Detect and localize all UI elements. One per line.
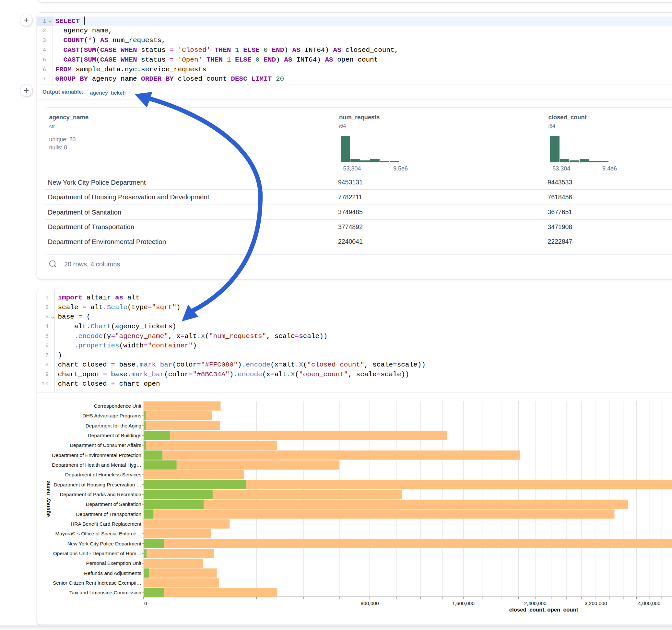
svg-text:Department of Health and Menta: Department of Health and Mental Hyg… — [52, 462, 141, 468]
svg-text:HRA Benefit Card Replacement: HRA Benefit Card Replacement — [71, 521, 142, 527]
svg-text:Department of Parks and Recrea: Department of Parks and Recreation — [59, 492, 141, 497]
svg-text:Operations Unit - Department o: Operations Unit - Department of Hom… — [53, 551, 141, 556]
svg-text:Mayorâ€ s Office of Special E: Mayorâ€ s Office of Special Enforce… — [55, 531, 141, 536]
svg-text:Senior Citizen Rent Increase E: Senior Citizen Rent Increase Exempti… — [53, 580, 141, 586]
svg-text:DHS Advantage Programs: DHS Advantage Programs — [82, 413, 141, 418]
svg-text:0: 0 — [144, 601, 147, 606]
svg-text:3,200,000: 3,200,000 — [585, 601, 607, 606]
svg-text:New York City Police Departmen: New York City Police Department — [67, 541, 142, 547]
svg-text:Correspondence Unit: Correspondence Unit — [94, 403, 142, 409]
svg-text:Department of Buildings: Department of Buildings — [88, 433, 142, 438]
svg-text:2,400,000: 2,400,000 — [524, 601, 547, 606]
svg-text:Department of Transportation: Department of Transportation — [76, 511, 141, 517]
svg-text:closed_count, open_count: closed_count, open_count — [509, 607, 578, 613]
svg-text:agency_name: agency_name — [45, 481, 51, 516]
svg-text:Department for the Aging: Department for the Aging — [86, 423, 141, 429]
svg-text:Personal Exemption Unit: Personal Exemption Unit — [86, 560, 141, 566]
svg-text:4,000,000: 4,000,000 — [638, 601, 660, 606]
svg-text:Refunds and Adjustments: Refunds and Adjustments — [84, 571, 141, 576]
svg-text:Department of Housing Preserva: Department of Housing Preservation … — [53, 482, 141, 487]
svg-text:Department of Environmental Pr: Department of Environmental Protection — [52, 453, 141, 458]
svg-text:Department of Sanitation: Department of Sanitation — [86, 501, 141, 507]
svg-text:Department of Consumer Affairs: Department of Consumer Affairs — [70, 442, 141, 448]
svg-text:800,000: 800,000 — [360, 601, 379, 606]
svg-text:1,600,000: 1,600,000 — [452, 601, 475, 606]
svg-text:Taxi and Limousine Commission: Taxi and Limousine Commission — [69, 590, 141, 595]
svg-text:Department of Homeless Service: Department of Homeless Services — [65, 472, 141, 477]
